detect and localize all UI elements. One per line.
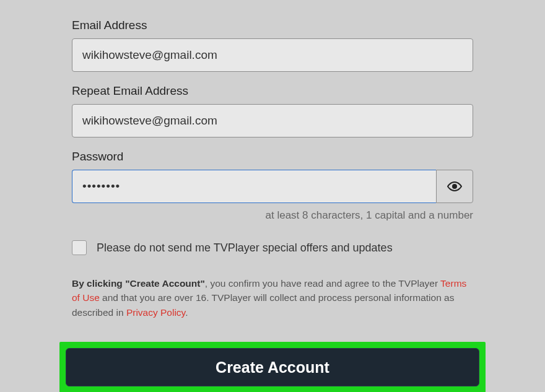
repeat-email-field[interactable] bbox=[72, 104, 473, 137]
highlight-box: Create Account bbox=[59, 342, 486, 392]
privacy-policy-link[interactable]: Privacy Policy bbox=[126, 307, 185, 318]
email-label: Email Address bbox=[72, 19, 473, 32]
eye-icon bbox=[447, 179, 462, 194]
password-field[interactable] bbox=[72, 170, 436, 203]
create-account-button[interactable]: Create Account bbox=[66, 348, 479, 386]
password-label: Password bbox=[72, 150, 473, 163]
terms-text: By clicking "Create Account", you confir… bbox=[72, 276, 473, 320]
password-hint: at least 8 characters, 1 capital and a n… bbox=[72, 209, 473, 222]
marketing-optout-label: Please do not send me TVPlayer special o… bbox=[97, 242, 393, 255]
toggle-password-button[interactable] bbox=[436, 170, 473, 203]
email-field[interactable] bbox=[72, 38, 473, 72]
repeat-email-label: Repeat Email Address bbox=[72, 84, 473, 98]
marketing-optout-checkbox[interactable] bbox=[72, 240, 87, 255]
signup-form: Email Address Repeat Email Address Passw… bbox=[72, 19, 473, 332]
terms-bold: By clicking "Create Account" bbox=[72, 278, 205, 289]
svg-point-0 bbox=[453, 185, 456, 188]
